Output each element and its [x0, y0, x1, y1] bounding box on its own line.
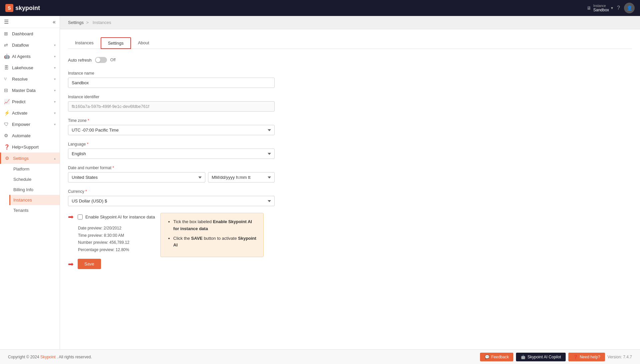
- timezone-select[interactable]: UTC -07:00 Pacific Time: [68, 125, 275, 135]
- date-format-label: Date and number format *: [68, 166, 275, 170]
- sidebar-item-label: Master Data: [12, 88, 36, 93]
- avatar[interactable]: 👤: [624, 3, 635, 13]
- feedback-button[interactable]: 💬 Feedback: [480, 353, 514, 361]
- enable-ai-label[interactable]: Enable Skypoint AI for instance data: [85, 214, 155, 219]
- sidebar-item-label: Predict: [12, 99, 25, 104]
- number-preview: Number preview: 456,789.12: [78, 239, 155, 246]
- content-area: Instances Settings About Auto refresh Of…: [60, 29, 640, 364]
- date-format-pattern-select[interactable]: MM/dd/yyyy h:mm tt: [208, 172, 275, 182]
- sidebar-sub-label: Tenants: [13, 208, 29, 213]
- help-icon[interactable]: ?: [617, 5, 620, 11]
- sidebar-item-activate[interactable]: ⚡ Activate ▾: [0, 107, 60, 119]
- sidebar-item-automate[interactable]: ⚙ Automate: [0, 130, 60, 141]
- chevron-icon: ▾: [54, 55, 56, 58]
- breadcrumb-settings[interactable]: Settings: [68, 20, 84, 25]
- instance-label-line1: Instance: [593, 4, 606, 8]
- sidebar-sub-label: Schedule: [13, 177, 31, 182]
- chevron-icon: ▾: [54, 77, 56, 81]
- save-row: ➡ Save: [68, 259, 155, 269]
- sidebar-item-label: Dataflow: [12, 43, 29, 48]
- tooltip-item-2: Click the SAVE button to activate Skypoi…: [173, 235, 257, 249]
- currency-select[interactable]: US Dollar (USD) $: [68, 196, 275, 206]
- grid-icon: ⊞: [4, 31, 9, 36]
- enable-ai-checkbox[interactable]: [78, 214, 83, 219]
- instance-selector[interactable]: 🖥 Instance Sandbox ▾: [587, 4, 613, 12]
- app-logo[interactable]: S skypoint: [5, 4, 40, 12]
- instance-identifier-input[interactable]: [68, 101, 275, 112]
- arrow-right-icon-2: ➡: [68, 260, 74, 268]
- topbar-right: 🖥 Instance Sandbox ▾ ? 👤: [587, 3, 635, 13]
- chevron-icon: ▾: [54, 111, 56, 115]
- sidebar-item-platform[interactable]: Platform: [9, 164, 60, 174]
- chevron-up-icon: ▴: [54, 157, 56, 160]
- required-indicator: *: [87, 142, 89, 147]
- sidebar-item-predict[interactable]: 📈 Predict ▾: [0, 96, 60, 107]
- instance-identifier-row: Instance identifier: [68, 95, 275, 112]
- layout: ☰ « ⊞ Dashboard ⇄ Dataflow ▾ 🤖 AI Agents…: [0, 16, 640, 364]
- sidebar-item-label: AI Agents: [12, 54, 31, 59]
- language-label: Language *: [68, 142, 275, 147]
- cog-icon: ⚙: [4, 133, 9, 138]
- sidebar-item-tenants[interactable]: Tenants: [9, 205, 60, 215]
- sidebar-item-empower[interactable]: 🛡 Empower ▾: [0, 119, 60, 130]
- save-button[interactable]: Save: [78, 259, 101, 269]
- database-icon: 🗄: [4, 65, 9, 70]
- sidebar-item-lakehouse[interactable]: 🗄 Lakehouse ▾: [0, 62, 60, 73]
- breadcrumb: Settings > Instances: [60, 16, 640, 29]
- language-row: Language * English: [68, 142, 275, 159]
- instance-name-input[interactable]: [68, 78, 275, 88]
- auto-refresh-label: Auto refresh: [68, 58, 92, 63]
- help-circle-icon: ❓: [4, 144, 9, 150]
- sidebar-item-billing-info[interactable]: Billing Info: [9, 184, 60, 195]
- date-format-row: Date and number format * United States M…: [68, 166, 275, 182]
- copilot-button[interactable]: 🤖 Skypoint AI Copilot: [516, 353, 566, 361]
- auto-refresh-row: Auto refresh Off: [68, 57, 275, 63]
- instance-name-row: Instance name: [68, 71, 275, 88]
- auto-refresh-toggle[interactable]: [95, 57, 107, 63]
- required-indicator: *: [85, 189, 87, 194]
- shuffle-icon: ⇄: [4, 42, 9, 48]
- brand-link[interactable]: Skypoint: [40, 355, 56, 359]
- help-icon-btn: ❓: [573, 355, 578, 359]
- language-select[interactable]: English: [68, 149, 275, 159]
- footer-buttons: 💬 Feedback 🤖 Skypoint AI Copilot ❓ Need …: [480, 353, 632, 361]
- logo-icon: S: [5, 4, 13, 12]
- footer: Copyright © 2024 Skypoint . All rights r…: [0, 349, 640, 364]
- sidebar-item-master-data[interactable]: ⊟ Master Data ▾: [0, 85, 60, 96]
- robot-icon: 🤖: [4, 54, 9, 59]
- sidebar-item-label: Activate: [12, 111, 27, 116]
- settings-icon: ⚙: [5, 156, 10, 161]
- tab-instances[interactable]: Instances: [68, 37, 101, 49]
- required-indicator: *: [88, 118, 89, 123]
- layers-icon: ⊟: [4, 88, 9, 93]
- sidebar-item-label: Lakehouse: [12, 65, 33, 70]
- need-help-button[interactable]: ❓ Need help?: [568, 353, 605, 361]
- tab-about[interactable]: About: [131, 37, 156, 49]
- instance-identifier-label: Instance identifier: [68, 95, 275, 99]
- sidebar-item-resolve[interactable]: ⑂ Resolve ▾: [0, 73, 60, 85]
- sidebar-item-ai-agents[interactable]: 🤖 AI Agents ▾: [0, 51, 60, 62]
- hamburger-icon[interactable]: ☰: [4, 19, 9, 25]
- sidebar-item-dataflow[interactable]: ⇄ Dataflow ▾: [0, 39, 60, 51]
- instance-icon: 🖥: [587, 5, 591, 11]
- sidebar-item-dashboard[interactable]: ⊞ Dashboard: [0, 28, 60, 39]
- tooltip-item-1: Tick the box labeled Enable Skypoint AI …: [173, 218, 257, 232]
- copyright-text: Copyright © 2024 Skypoint . All rights r…: [8, 355, 92, 359]
- sidebar-item-label: Automate: [12, 133, 31, 138]
- tab-settings[interactable]: Settings: [101, 37, 131, 49]
- sidebar-item-help-support[interactable]: ❓ Help+Support: [0, 141, 60, 153]
- sidebar-item-label: Help+Support: [12, 145, 39, 150]
- preview-section: Date preview: 2/20/2012 Time preview: 8:…: [68, 225, 155, 253]
- sidebar-item-settings[interactable]: ⚙ Settings ▴: [0, 153, 60, 164]
- chevron-icon: ▾: [54, 100, 56, 104]
- tooltip-box: Tick the box labeled Enable Skypoint AI …: [160, 213, 264, 257]
- collapse-icon[interactable]: «: [53, 19, 56, 25]
- sidebar-sub-label: Billing Info: [13, 187, 33, 192]
- date-format-selects: United States MM/dd/yyyy h:mm tt: [68, 172, 275, 182]
- breadcrumb-separator: >: [86, 20, 90, 25]
- copilot-icon: 🤖: [521, 355, 526, 359]
- sidebar-item-schedule[interactable]: Schedule: [9, 174, 60, 184]
- arrow-right-icon: ➡: [68, 213, 74, 221]
- date-format-country-select[interactable]: United States: [68, 172, 205, 182]
- sidebar-item-instances[interactable]: Instances: [9, 195, 60, 205]
